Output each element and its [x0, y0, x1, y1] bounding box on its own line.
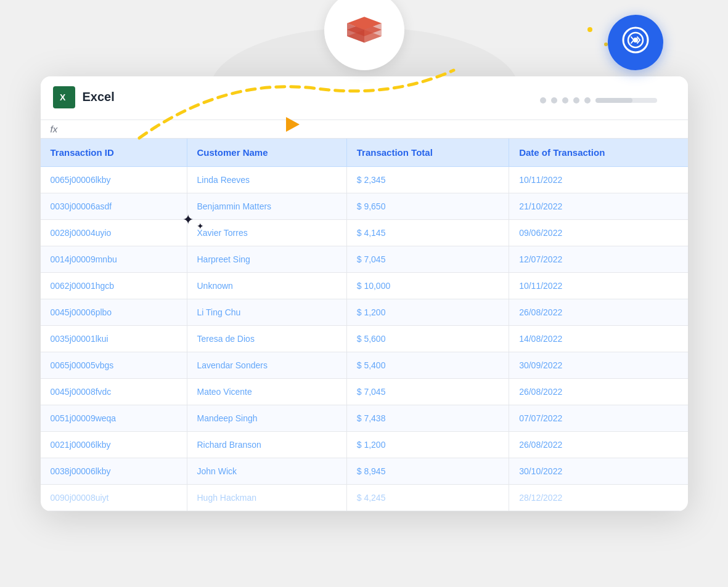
col-header-date: Date of Transaction — [509, 139, 688, 167]
cell-1-0: 0030j00006asdf — [41, 193, 187, 219]
cell-3-0: 0014j00009mnbu — [41, 246, 187, 272]
fx-label: fx — [51, 124, 58, 134]
table-row: 0030j00006asdfBenjammin Matters$ 9,65021… — [41, 193, 688, 219]
cell-5-2: $ 1,200 — [346, 299, 509, 325]
cell-4-3: 10/11/2022 — [509, 272, 688, 299]
cell-8-3: 26/08/2022 — [509, 378, 688, 405]
outer-wrapper: ✦ ✦ X Excel — [41, 76, 688, 511]
cell-3-1: Harpreet Sing — [187, 246, 346, 272]
cell-7-0: 0065j00005vbgs — [41, 352, 187, 378]
table-row: 0038j00006lkbyJohn Wick$ 8,94530/10/2022 — [41, 458, 688, 484]
cell-8-2: $ 7,045 — [346, 378, 509, 405]
cell-6-0: 0035j00001lkui — [41, 325, 187, 352]
cell-9-1: Mandeep Singh — [187, 405, 346, 431]
table-header-row: Transaction ID Customer Name Transaction… — [41, 139, 688, 167]
stack-icon — [343, 12, 386, 48]
coupler-icon — [620, 25, 651, 60]
cell-11-1: John Wick — [187, 458, 346, 484]
excel-icon: X — [53, 86, 75, 108]
col-header-transaction-id: Transaction ID — [41, 139, 187, 167]
sparkle-star-2: ✦ — [197, 221, 204, 231]
table-body: 0065j00006lkbyLinda Reeves$ 2,34510/11/2… — [41, 166, 688, 511]
excel-table: Transaction ID Customer Name Transaction… — [41, 139, 688, 511]
table-row: 0051j00009weqaMandeep Singh$ 7,43807/07/… — [41, 405, 688, 431]
table-row: 0062j00001hgcbUnknown$ 10,00010/11/2022 — [41, 272, 688, 299]
cell-11-0: 0038j00006lkby — [41, 458, 187, 484]
cell-8-1: Mateo Vicente — [187, 378, 346, 405]
app-title: Excel — [83, 90, 115, 104]
progress-dot-1 — [540, 97, 546, 103]
cell-4-2: $ 10,000 — [346, 272, 509, 299]
cell-5-1: Li Ting Chu — [187, 299, 346, 325]
progress-dot-2 — [551, 97, 557, 103]
progress-dot-5 — [584, 97, 591, 103]
svg-text:X: X — [60, 92, 66, 102]
cell-1-3: 21/10/2022 — [509, 193, 688, 219]
cell-6-1: Teresa de Dios — [187, 325, 346, 352]
cell-12-0: 0090j00008uiyt — [41, 484, 187, 511]
cell-0-1: Linda Reeves — [187, 166, 346, 193]
table-row: 0014j00009mnbuHarpreet Sing$ 7,04512/07/… — [41, 246, 688, 272]
cell-2-2: $ 4,145 — [346, 219, 509, 246]
cell-0-0: 0065j00006lkby — [41, 166, 187, 193]
table-row: 0028j00004uyioXavier Torres$ 4,14509/06/… — [41, 219, 688, 246]
progress-dot-4 — [573, 97, 579, 103]
cell-6-3: 14/08/2022 — [509, 325, 688, 352]
cell-3-2: $ 7,045 — [346, 246, 509, 272]
cell-4-0: 0062j00001hgcb — [41, 272, 187, 299]
progress-bar — [595, 98, 657, 103]
cell-0-3: 10/11/2022 — [509, 166, 688, 193]
table-row: 0090j00008uiytHugh Hackman$ 4,24528/12/2… — [41, 484, 688, 511]
progress-bar-area — [540, 97, 657, 103]
cell-7-2: $ 5,400 — [346, 352, 509, 378]
cell-5-0: 0045j00006plbo — [41, 299, 187, 325]
cell-5-3: 26/08/2022 — [509, 299, 688, 325]
progress-dot-3 — [562, 97, 568, 103]
col-header-transaction-total: Transaction Total — [346, 139, 509, 167]
cell-12-2: $ 4,245 — [346, 484, 509, 511]
cell-7-1: Lavendar Sonders — [187, 352, 346, 378]
table-row: 0045j00008fvdcMateo Vicente$ 7,04526/08/… — [41, 378, 688, 405]
sparkle-dot-2 — [604, 43, 608, 46]
cell-10-3: 26/08/2022 — [509, 431, 688, 458]
cell-10-2: $ 1,200 — [346, 431, 509, 458]
progress-bar-fill — [595, 98, 632, 103]
cell-10-1: Richard Branson — [187, 431, 346, 458]
sparkle-star-1: ✦ — [182, 212, 194, 228]
cell-2-3: 09/06/2022 — [509, 219, 688, 246]
table-row: 0065j00006lkbyLinda Reeves$ 2,34510/11/2… — [41, 166, 688, 193]
table-row: 0065j00005vbgsLavendar Sonders$ 5,40030/… — [41, 352, 688, 378]
cell-9-0: 0051j00009weqa — [41, 405, 187, 431]
cell-7-3: 30/09/2022 — [509, 352, 688, 378]
cell-9-2: $ 7,438 — [346, 405, 509, 431]
cell-9-3: 07/07/2022 — [509, 405, 688, 431]
cell-10-0: 0021j00006lkby — [41, 431, 187, 458]
excel-window: X Excel — [41, 76, 688, 511]
excel-header: X Excel — [41, 76, 688, 120]
cell-2-0: 0028j00004uyio — [41, 219, 187, 246]
cell-1-2: $ 9,650 — [346, 193, 509, 219]
table-row: 0035j00001lkuiTeresa de Dios$ 5,60014/08… — [41, 325, 688, 352]
table-header: Transaction ID Customer Name Transaction… — [41, 139, 688, 167]
cell-2-1: Xavier Torres — [187, 219, 346, 246]
coupler-logo-circle — [608, 15, 663, 70]
table-row: 0045j00006plboLi Ting Chu$ 1,20026/08/20… — [41, 299, 688, 325]
sparkle-dot-1 — [587, 27, 592, 32]
cell-0-2: $ 2,345 — [346, 166, 509, 193]
cell-12-3: 28/12/2022 — [509, 484, 688, 511]
table-row: 0021j00006lkbyRichard Branson$ 1,20026/0… — [41, 431, 688, 458]
cell-11-2: $ 8,945 — [346, 458, 509, 484]
cell-12-1: Hugh Hackman — [187, 484, 346, 511]
cell-6-2: $ 5,600 — [346, 325, 509, 352]
cell-4-1: Unknown — [187, 272, 346, 299]
formula-bar: fx — [41, 120, 688, 139]
cell-8-0: 0045j00008fvdc — [41, 378, 187, 405]
excel-title-bar: X Excel — [53, 86, 115, 108]
col-header-customer-name: Customer Name — [187, 139, 346, 167]
cell-3-3: 12/07/2022 — [509, 246, 688, 272]
cell-11-3: 30/10/2022 — [509, 458, 688, 484]
cell-1-1: Benjammin Matters — [187, 193, 346, 219]
